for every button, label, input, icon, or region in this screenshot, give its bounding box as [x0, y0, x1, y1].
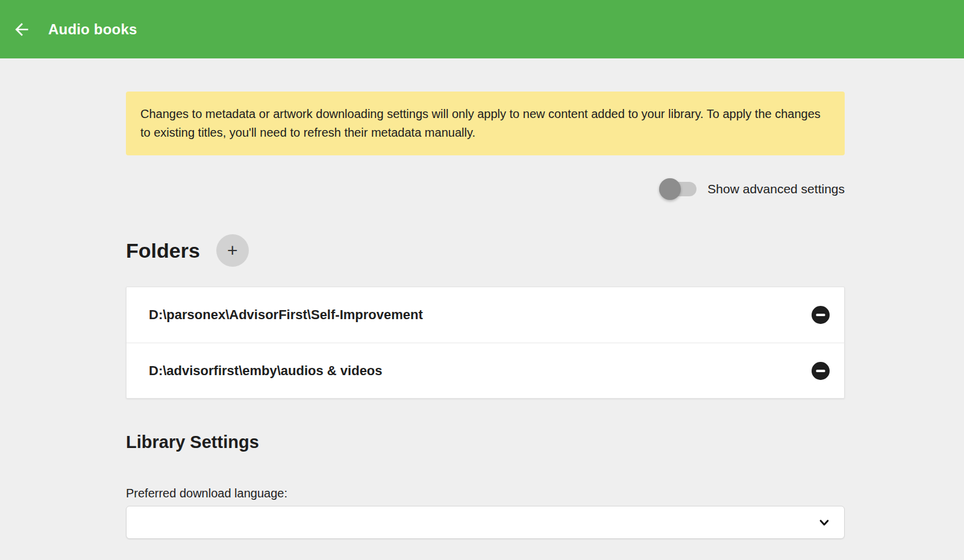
- folder-path: D:\advisorfirst\emby\audios & videos: [149, 363, 383, 379]
- advanced-settings-row: Show advanced settings: [126, 178, 845, 200]
- folder-path: D:\parsonex\AdvisorFirst\Self-Improvemen…: [149, 307, 423, 323]
- chevron-down-icon: [816, 515, 832, 530]
- back-button[interactable]: [8, 16, 35, 43]
- preferred-language-select[interactable]: [126, 506, 845, 539]
- folders-heading: Folders: [126, 239, 200, 263]
- folder-row[interactable]: D:\advisorfirst\emby\audios & videos: [127, 343, 844, 398]
- toggle-knob-icon: [659, 178, 681, 200]
- remove-circle-icon: [811, 305, 830, 325]
- page-title: Audio books: [48, 21, 137, 38]
- folder-row[interactable]: D:\parsonex\AdvisorFirst\Self-Improvemen…: [127, 287, 844, 343]
- remove-folder-button[interactable]: [810, 361, 831, 381]
- app-header: Audio books: [0, 0, 964, 58]
- show-advanced-toggle[interactable]: [659, 178, 696, 200]
- preferred-language-label: Preferred download language:: [126, 487, 845, 500]
- library-settings-heading: Library Settings: [126, 432, 845, 452]
- remove-circle-icon: [811, 361, 830, 381]
- arrow-left-icon: [12, 20, 31, 39]
- remove-folder-button[interactable]: [810, 305, 831, 325]
- show-advanced-label: Show advanced settings: [707, 182, 845, 196]
- add-folder-button[interactable]: +: [216, 234, 249, 267]
- folder-list: D:\parsonex\AdvisorFirst\Self-Improvemen…: [126, 287, 845, 399]
- folders-heading-row: Folders +: [126, 234, 845, 267]
- metadata-notice: Changes to metadata or artwork downloadi…: [126, 92, 845, 155]
- metadata-notice-text: Changes to metadata or artwork downloadi…: [140, 107, 821, 139]
- settings-content: Changes to metadata or artwork downloadi…: [126, 92, 845, 539]
